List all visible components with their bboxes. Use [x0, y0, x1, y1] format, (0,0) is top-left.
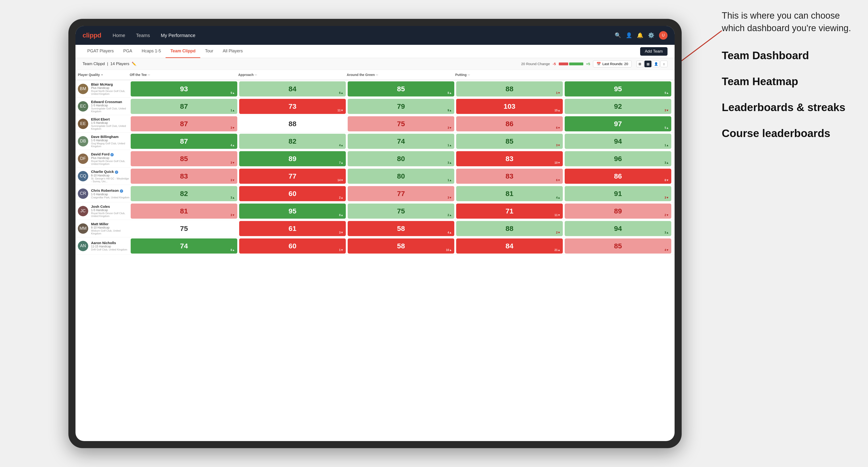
bar-red: [559, 63, 568, 65]
search-icon[interactable]: 🔍: [615, 32, 621, 38]
settings-icon[interactable]: ⚙️: [648, 32, 654, 38]
score-change: 1▲: [447, 144, 452, 147]
nav-link-home[interactable]: Home: [111, 32, 127, 39]
score-cell: 10315▲: [456, 99, 563, 114]
table-row[interactable]: EEElliot Ebert1-5 HandicapSunningdale Go…: [75, 115, 675, 132]
score-cell: 871▲: [131, 99, 237, 114]
table-row[interactable]: DBDave Billingham1-5 HandicapGog Magog G…: [75, 132, 675, 150]
team-header-row: Team Clippd | 14 Players ✏️ 20 Round Cha…: [75, 58, 675, 70]
score-change: 9▲: [230, 91, 235, 95]
last-rounds-button[interactable]: 📅 Last Rounds: 20: [593, 60, 632, 67]
score-value: 84: [505, 242, 513, 250]
score-change: 4▼: [664, 248, 669, 252]
team-name: Team Clippd | 14 Players: [83, 62, 129, 66]
score-change: 1▼: [339, 248, 343, 252]
pos-label: +5: [586, 62, 590, 66]
score-value: 87: [180, 137, 188, 145]
score-value: 87: [180, 120, 188, 128]
round-change-bar: [559, 63, 583, 65]
player-cell: ANAaron Nicholls11-15 HandicapDrift Golf…: [78, 239, 130, 253]
table-body: BMBlair McHargPlus HandicapRoyal North D…: [75, 80, 675, 255]
score-value: 80: [397, 155, 405, 163]
player-avatar: EE: [78, 119, 88, 129]
table-header: Player Quality ▼ Off the Tee — Approach …: [75, 70, 675, 80]
score-cell: 748▲: [131, 239, 237, 253]
score-cell: 8421▲: [456, 239, 563, 253]
player-cell: EEElliot Ebert1-5 HandicapSunningdale Go…: [78, 115, 130, 132]
score-cell: 868▼: [565, 168, 671, 184]
player-handicap: 1-5 Handicap: [91, 209, 130, 212]
table-row[interactable]: DFDavid Ford✓Plus HandicapRoyal North De…: [75, 150, 675, 167]
score-change: 1▲: [230, 109, 235, 112]
table-row[interactable]: ECEdward Crossman1-5 HandicapSunningdale…: [75, 98, 675, 115]
player-name: Edward Crossman: [91, 100, 130, 104]
main-content: Player Quality ▼ Off the Tee — Approach …: [75, 70, 675, 441]
player-club: Royal North Devon Golf Club, United King…: [91, 90, 130, 95]
score-change: 6▼: [556, 126, 560, 129]
player-cell: DFDavid Ford✓Plus HandicapRoyal North De…: [78, 150, 130, 167]
player-info: David Ford✓Plus HandicapRoyal North Devo…: [91, 152, 130, 165]
user-icon[interactable]: 👤: [626, 32, 632, 38]
sort-button[interactable]: ↕: [660, 61, 668, 67]
score-cell: 963▲: [565, 151, 671, 166]
subnav-teamclippd[interactable]: Team Clippd: [165, 45, 200, 58]
player-cell: DBDave Billingham1-5 HandicapGog Magog G…: [78, 133, 130, 150]
table-view-button[interactable]: ▦: [644, 61, 651, 67]
score-value: 94: [614, 137, 622, 145]
table-row[interactable]: CQCharlie Quick✓6-10 HandicapSt. George'…: [75, 167, 675, 185]
player-name: Elliot Ebert: [91, 117, 130, 121]
score-change: 9▲: [664, 91, 669, 95]
score-change: 11▼: [338, 109, 343, 112]
nav-link-teams[interactable]: Teams: [134, 32, 152, 39]
player-handicap: 1-5 Handicap: [91, 193, 129, 196]
subnav-tour[interactable]: Tour: [200, 45, 218, 58]
bell-icon[interactable]: 🔔: [637, 32, 643, 38]
subnav-pga[interactable]: PGA: [118, 45, 137, 58]
player-name: Josh Coles: [91, 205, 130, 209]
score-cell: 873▼: [131, 116, 237, 131]
score-change: 5▲: [664, 126, 669, 129]
player-club: St. George's Hill GC - Weybridge - Surre…: [91, 177, 130, 183]
grid-view-button[interactable]: ⊞: [637, 61, 644, 67]
nav-link-myperformance[interactable]: My Performance: [159, 32, 197, 39]
table-row[interactable]: ANAaron Nicholls11-15 HandicapDrift Golf…: [75, 237, 675, 255]
score-value: 82: [288, 137, 296, 145]
score-value: 74: [180, 242, 188, 250]
table-row[interactable]: CRChris Robertson✓1-5 HandicapCraigmilla…: [75, 185, 675, 203]
player-club: Royal North Devon Golf Club, United King…: [91, 160, 130, 165]
player-info: Dave Billingham1-5 HandicapGog Magog Gol…: [91, 135, 130, 148]
score-value: 87: [180, 102, 188, 111]
add-team-button[interactable]: Add Team: [640, 47, 668, 56]
score-value: 88: [288, 120, 296, 128]
edit-icon[interactable]: ✏️: [132, 62, 136, 66]
player-info: Matt Miller6-10 HandicapWoburn Golf Club…: [91, 222, 130, 235]
score-cell: 801▲: [348, 168, 454, 184]
score-cell: 913▼: [565, 186, 671, 201]
team-name-info: Team Clippd | 14 Players ✏️: [83, 62, 521, 66]
score-change: 3▼: [447, 126, 452, 129]
score-value: 74: [397, 137, 405, 145]
table-row[interactable]: JCJosh Coles1-5 HandicapRoyal North Devo…: [75, 203, 675, 220]
score-cell: 854▼: [565, 239, 671, 253]
verified-icon: ✓: [120, 189, 123, 193]
subnav-hcaps[interactable]: Hcaps 1-5: [137, 45, 165, 58]
subnav-pgat[interactable]: PGAT Players: [83, 45, 118, 58]
score-change: 3▼: [339, 231, 343, 234]
player-avatar: DB: [78, 136, 88, 147]
score-change: 4▲: [230, 144, 235, 147]
annotation-item-0: Team Dashboard: [722, 49, 854, 63]
subnav-allplayers[interactable]: All Players: [218, 45, 247, 58]
score-cell: 836▼: [456, 168, 563, 184]
table-row[interactable]: BMBlair McHargPlus HandicapRoyal North D…: [75, 80, 675, 98]
player-handicap: Plus Handicap: [91, 86, 130, 90]
annotation-area: This is where you can choose which dashb…: [722, 9, 854, 152]
player-handicap: 6-10 Handicap: [91, 174, 130, 177]
score-value: 86: [505, 120, 513, 128]
score-change: 1▼: [556, 91, 560, 95]
avatar[interactable]: U: [659, 31, 668, 40]
score-value: 95: [288, 207, 296, 215]
score-cell: 833▼: [131, 168, 237, 184]
card-view-button[interactable]: 👤: [652, 61, 659, 67]
table-row[interactable]: MMMatt Miller6-10 HandicapWoburn Golf Cl…: [75, 220, 675, 237]
score-change: 8▲: [339, 214, 343, 217]
